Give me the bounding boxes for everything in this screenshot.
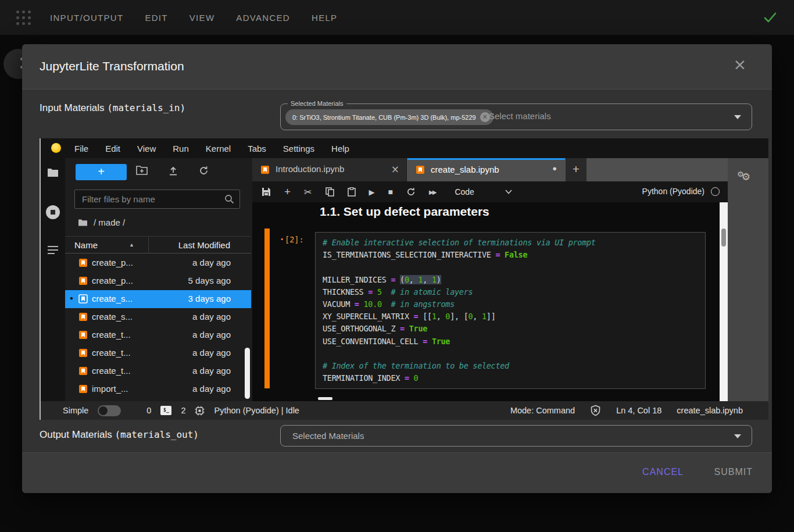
jupyter-menu-item[interactable]: Tabs xyxy=(248,144,266,153)
file-row[interactable]: import_...a day ago xyxy=(65,380,251,398)
new-launcher-button[interactable]: + xyxy=(76,164,127,180)
selected-cell-bar[interactable] xyxy=(264,228,270,388)
mode-indicator[interactable]: Mode: Command xyxy=(510,406,575,415)
file-row[interactable]: create_t...a day ago xyxy=(65,362,251,380)
notebook-toolbar: + ✂ ▶ ■ xyxy=(252,181,728,202)
breadcrumb[interactable]: / made / xyxy=(78,217,125,227)
kernel-status-icon[interactable] xyxy=(711,187,720,196)
save-icon[interactable] xyxy=(262,187,271,197)
code-token xyxy=(382,299,391,309)
file-row[interactable]: create_p...5 days ago xyxy=(65,272,251,290)
cursor-position[interactable]: Ln 4, Col 18 xyxy=(616,406,661,415)
filter-files-input[interactable] xyxy=(82,190,216,208)
file-row[interactable]: create_s...a day ago xyxy=(65,308,251,326)
insert-cell-icon[interactable]: + xyxy=(284,185,291,198)
file-name: create_p... xyxy=(92,276,133,285)
cancel-button[interactable]: CANCEL xyxy=(642,467,684,477)
tab-label: Introduction.ipynb xyxy=(276,164,344,174)
file-browser-icon[interactable] xyxy=(41,167,65,177)
code-token: , xyxy=(473,312,482,321)
dialog-title: JupyterLite Transformation xyxy=(40,59,184,73)
file-list-scrollbar[interactable] xyxy=(245,348,250,399)
select-placeholder: Select materials xyxy=(489,111,551,121)
paste-cells-icon[interactable] xyxy=(348,187,356,197)
new-folder-icon[interactable] xyxy=(136,166,148,175)
file-name: create_s... xyxy=(92,294,133,304)
execution-prompt: •[2]: xyxy=(280,235,304,244)
topbar-menu-item[interactable]: INPUT/OUTPUT xyxy=(50,13,123,23)
input-materials-select[interactable]: Selected Materials 0: SrTiO3, Strontium … xyxy=(280,103,752,130)
table-of-contents-icon[interactable] xyxy=(41,245,65,255)
notebook-scrollbar[interactable] xyxy=(720,202,728,401)
file-row[interactable]: create_p...a day ago xyxy=(65,254,251,272)
jupyter-activity-bar xyxy=(41,158,65,401)
refresh-icon[interactable] xyxy=(199,166,209,176)
code-token: USE_ORTHOGONAL_Z xyxy=(323,324,400,333)
jupyter-menu-item[interactable]: Settings xyxy=(283,144,314,153)
cell-type-select[interactable]: Code xyxy=(455,187,474,197)
topbar-menu-item[interactable]: ADVANCED xyxy=(236,13,290,23)
tab-create-slab[interactable]: create_slab.ipynb ● xyxy=(407,158,565,181)
tab-close-icon[interactable]: × xyxy=(391,163,399,175)
material-chip[interactable]: 0: SrTiO3, Strontium Titanate, CUB (Pm-3… xyxy=(285,109,493,125)
code-token: = xyxy=(405,373,409,383)
sort-ascending-icon[interactable]: ▲ xyxy=(129,242,134,248)
code-token: 1 xyxy=(432,312,437,321)
topbar-menu-item[interactable]: EDIT xyxy=(145,13,167,23)
close-icon[interactable]: × xyxy=(733,56,746,72)
file-list: create_p...a day agocreate_p...5 days ag… xyxy=(65,254,251,398)
kernel-name[interactable]: Python (Pyodide) xyxy=(642,187,704,196)
code-token xyxy=(427,337,432,346)
notebook-file-icon xyxy=(78,366,88,376)
code-token xyxy=(405,324,409,333)
property-inspector-icon[interactable]: ⚙⚙ xyxy=(737,169,750,183)
app-logo-icon[interactable] xyxy=(16,10,31,26)
file-row[interactable]: ●create_s...3 days ago xyxy=(65,290,251,308)
tab-introduction[interactable]: Introduction.ipynb × xyxy=(252,158,407,181)
file-row[interactable]: create_t...a day ago xyxy=(65,326,251,344)
add-tab-button[interactable]: + xyxy=(566,158,586,181)
code-line: MILLER_INDICES = (0, 1, 1) xyxy=(323,274,698,286)
jupyter-menu-item[interactable]: View xyxy=(137,144,156,153)
cut-cells-icon[interactable]: ✂ xyxy=(304,187,312,198)
code-token: = xyxy=(355,299,359,309)
column-name[interactable]: Name xyxy=(74,240,98,250)
submit-button[interactable]: SUBMIT xyxy=(714,467,753,477)
dialog-footer: CANCEL SUBMIT xyxy=(22,452,772,493)
chevron-down-icon[interactable] xyxy=(734,434,741,438)
code-line: VACUUM = 10.0 # in angstroms xyxy=(323,298,698,310)
upload-icon[interactable] xyxy=(169,166,178,176)
home-folder-icon xyxy=(78,219,88,227)
chevron-down-icon[interactable] xyxy=(734,115,741,119)
column-last-modified[interactable]: Last Modified xyxy=(178,240,230,250)
copy-cells-icon[interactable] xyxy=(326,187,334,197)
run-cell-icon[interactable]: ▶ xyxy=(369,188,375,197)
file-row[interactable]: create_t...a day ago xyxy=(65,344,251,362)
jupyter-menu-item[interactable]: File xyxy=(74,144,88,153)
jupyter-menu-item[interactable]: Help xyxy=(331,144,349,153)
kernels-count[interactable]: 2 xyxy=(181,406,185,415)
kernel-status-text[interactable]: Python (Pyodide) | Idle xyxy=(214,406,299,415)
jupyter-menu-item[interactable]: Edit xyxy=(105,144,120,153)
running-sessions-icon[interactable] xyxy=(41,205,65,220)
output-materials-select[interactable]: Selected Materials xyxy=(280,425,752,447)
restart-kernel-icon[interactable] xyxy=(406,187,416,197)
jupyter-main: + xyxy=(41,158,768,401)
active-file-name[interactable]: create_slab.ipynb xyxy=(677,406,743,415)
topbar-menu-item[interactable]: HELP xyxy=(312,13,337,23)
code-token: 0 xyxy=(414,373,419,383)
code-token: 0 xyxy=(405,275,409,284)
stop-kernel-icon[interactable]: ■ xyxy=(388,187,393,197)
terminals-count[interactable]: 0 xyxy=(146,406,151,415)
jupyter-menu-item[interactable]: Kernel xyxy=(206,144,231,153)
scrollbar-thumb[interactable] xyxy=(721,228,726,247)
chevron-down-icon[interactable] xyxy=(505,190,512,194)
file-modified: 3 days ago xyxy=(188,294,231,304)
jupyter-menu-item[interactable]: Run xyxy=(173,144,189,153)
unsaved-dot-icon[interactable]: ● xyxy=(552,164,557,173)
code-cell-editor[interactable]: # Enable interactive selection of termin… xyxy=(315,232,706,389)
horizontal-scrollbar-thumb[interactable] xyxy=(318,397,332,400)
topbar-menu-item[interactable]: VIEW xyxy=(189,13,215,23)
simple-mode-toggle[interactable] xyxy=(98,405,121,416)
restart-run-all-icon[interactable]: ▶▶ xyxy=(429,189,435,195)
